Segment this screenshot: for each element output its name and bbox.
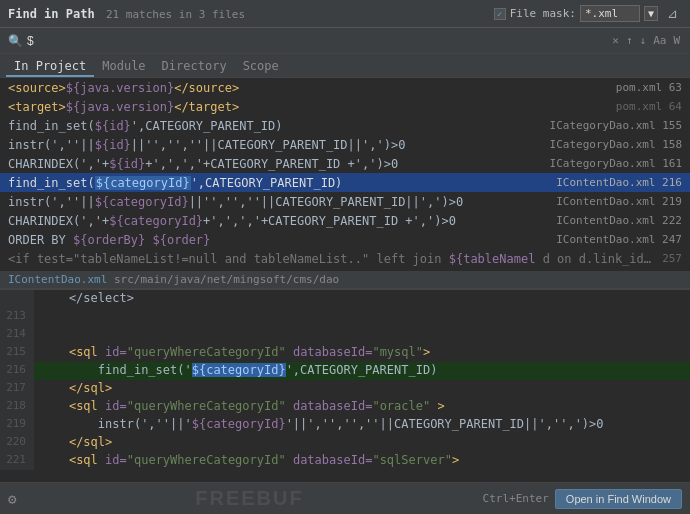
top-bar: Find in Path 21 matches in 3 files ✓ Fil… [0, 0, 690, 28]
preview-subpath: src/main/java/net/mingsoft/cms/dao [114, 273, 339, 286]
code-line: 218 <sql id="queryWhereCategoryId" datab… [0, 398, 690, 416]
search-actions: ✕ ↑ ↓ Aa W [610, 33, 682, 48]
result-content: find_in_set(${id}',CATEGORY_PARENT_ID) [8, 119, 540, 133]
watermark: FREEBUF [22, 487, 476, 510]
results-list: <source>${java.version}</source> pom.xml… [0, 78, 690, 271]
title-text: Find in Path 21 matches in 3 files [8, 7, 245, 21]
find-title: Find in Path 21 matches in 3 files [8, 7, 494, 21]
next-btn[interactable]: ↓ [638, 33, 649, 48]
result-content: instr(',''||${categoryId}||'','',''||CAT… [8, 195, 546, 209]
code-line: 220 </sql> [0, 434, 690, 452]
search-input[interactable] [27, 34, 610, 48]
filter-icon[interactable]: ⊿ [662, 5, 682, 23]
result-item[interactable]: instr(',''||${categoryId}||'','',''||CAT… [0, 192, 690, 211]
result-file: ICategoryDao.xml 161 [540, 157, 682, 170]
file-mask-area: ✓ File mask: *.xml ▼ ⊿ [494, 5, 682, 23]
result-item[interactable]: find_in_set(${id}',CATEGORY_PARENT_ID) I… [0, 116, 690, 135]
code-line: </select> [0, 290, 690, 308]
result-content: CHARINDEX(','+${categoryId}+',',','+CATE… [8, 214, 546, 228]
file-mask-dropdown[interactable]: ▼ [644, 6, 658, 21]
result-content: ORDER BY ${orderBy} ${order} [8, 233, 546, 247]
code-line: 217 </sql> [0, 380, 690, 398]
result-content: CHARINDEX(','+${id}+',',','+CATEGORY_PAR… [8, 157, 540, 171]
file-mask-input[interactable]: *.xml [580, 5, 640, 22]
preview-filepath: IContentDao.xml [8, 273, 107, 286]
code-line: 214 [0, 326, 690, 344]
gear-icon[interactable]: ⚙ [8, 491, 16, 507]
result-file: IContentDao.xml 219 [546, 195, 682, 208]
code-content: </select> 213 214 215 <sql id="queryWher… [0, 290, 690, 483]
result-item[interactable]: <source>${java.version}</source> pom.xml… [0, 78, 690, 97]
result-item[interactable]: ORDER BY ${orderBy} ${order} IContentDao… [0, 230, 690, 249]
word-btn[interactable]: W [671, 33, 682, 48]
tab-scope[interactable]: Scope [235, 57, 287, 77]
tab-module[interactable]: Module [94, 57, 153, 77]
file-mask-label: File mask: [510, 7, 576, 20]
result-item[interactable]: CHARINDEX(','+${id}+',',','+CATEGORY_PAR… [0, 154, 690, 173]
file-mask-checkbox[interactable]: ✓ [494, 8, 506, 20]
tab-in-project[interactable]: In Project [6, 57, 94, 77]
result-content: <target>${java.version}</target> [8, 100, 606, 114]
bottom-bar: ⚙ FREEBUF Ctrl+Enter Open in Find Window [0, 482, 690, 514]
result-file: pom.xml 63 [606, 81, 682, 94]
result-item[interactable]: <target>${java.version}</target> pom.xml… [0, 97, 690, 116]
result-content: instr(',''||${id}||'','',''||CATEGORY_PA… [8, 138, 540, 152]
result-file: ICategoryDao.xml 158 [540, 138, 682, 151]
result-file: IContentDao.xml 216 [546, 176, 682, 189]
shortcut-text: Ctrl+Enter [483, 492, 549, 505]
result-file: ICategoryDao.xml 155 [540, 119, 682, 132]
tab-directory[interactable]: Directory [154, 57, 235, 77]
open-in-find-window-button[interactable]: Open in Find Window [555, 489, 682, 509]
code-line: 219 instr(',''||'${categoryId}'||','',''… [0, 416, 690, 434]
code-line-highlighted: 216 find_in_set('${categoryId}',CATEGORY… [0, 362, 690, 380]
result-file: 257 [652, 252, 682, 265]
case-btn[interactable]: Aa [651, 33, 668, 48]
result-file: pom.xml 64 [606, 100, 682, 113]
result-file: IContentDao.xml 247 [546, 233, 682, 246]
prev-btn[interactable]: ↑ [624, 33, 635, 48]
search-bar: 🔍 ✕ ↑ ↓ Aa W [0, 28, 690, 54]
result-item-selected[interactable]: find_in_set(${categoryId}',CATEGORY_PARE… [0, 173, 690, 192]
code-preview: </select> 213 214 215 <sql id="queryWher… [0, 289, 690, 483]
result-content: <if test="tableNameList!=null and tableN… [8, 252, 652, 266]
result-item[interactable]: instr(',''||${id}||'','',''||CATEGORY_PA… [0, 135, 690, 154]
result-content: <source>${java.version}</source> [8, 81, 606, 95]
result-file: IContentDao.xml 222 [546, 214, 682, 227]
result-item[interactable]: CHARINDEX(','+${categoryId}+',',','+CATE… [0, 211, 690, 230]
search-icon: 🔍 [8, 34, 23, 48]
code-line: 215 <sql id="queryWhereCategoryId" datab… [0, 344, 690, 362]
code-line: 213 [0, 308, 690, 326]
watermark-text: FREEBUF [195, 487, 303, 510]
result-content: find_in_set(${categoryId}',CATEGORY_PARE… [8, 176, 546, 190]
code-line: 221 <sql id="queryWhereCategoryId" datab… [0, 452, 690, 470]
code-preview-header: IContentDao.xml src/main/java/net/mingso… [0, 271, 690, 289]
tabs-bar: In Project Module Directory Scope [0, 54, 690, 78]
clear-btn[interactable]: ✕ [610, 33, 621, 48]
result-item[interactable]: <if test="tableNameList!=null and tableN… [0, 249, 690, 268]
